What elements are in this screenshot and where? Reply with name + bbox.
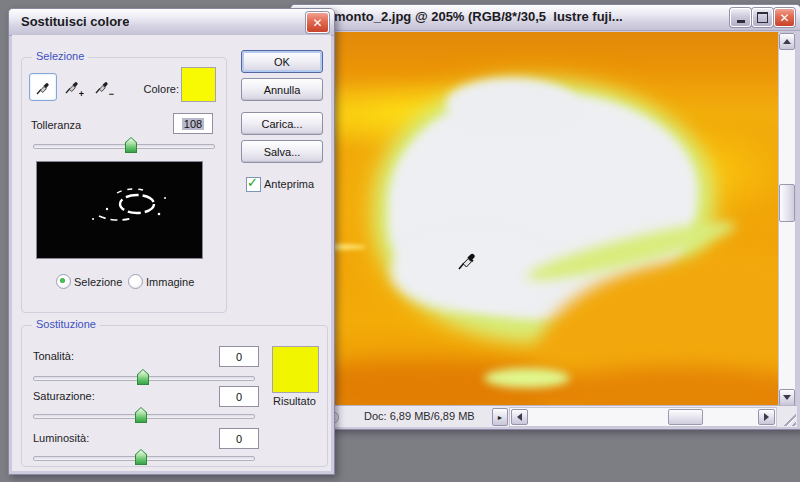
scroll-left-button[interactable] [511,409,528,425]
horizontal-scroll-thumb[interactable] [668,409,703,425]
resize-grip[interactable] [779,409,796,426]
tolerance-value: 108 [182,118,204,130]
selected-color-swatch[interactable] [181,67,216,102]
cancel-button[interactable]: Annulla [241,78,323,101]
tolerance-input[interactable]: 108 [173,113,213,134]
saturation-value: 0 [236,391,242,403]
lightness-input[interactable]: 0 [219,428,259,449]
eyedropper-tool-button[interactable] [29,73,57,101]
status-bar: Doc: 6,89 MB/6,89 MB ► [294,405,797,427]
lightness-value: 0 [236,433,242,445]
save-button[interactable]: Salva... [241,140,323,163]
close-icon: ✕ [779,12,789,24]
check-icon: ✓ [247,175,258,190]
ok-button[interactable]: OK [241,50,323,73]
maximize-icon [757,12,768,23]
doc-size-info: Doc: 6,89 MB/6,89 MB [364,410,475,422]
replace-color-dialog: Sostituisci colore ✕ Selezione + [8,8,335,475]
dialog-title: Sostituisci colore [21,14,129,29]
image-window-title: monto_2.jpg @ 205% (RGB/8*/30,5 lustre f… [334,9,728,24]
image-window-titlebar[interactable]: monto_2.jpg @ 205% (RGB/8*/30,5 lustre f… [291,5,800,31]
bottom-bright-spot [484,368,570,388]
hue-label: Tonalità: [33,350,74,362]
hue-input[interactable]: 0 [219,346,259,367]
sun-white-bump [446,78,576,130]
scroll-down-button[interactable] [779,389,795,406]
saturation-input[interactable]: 0 [219,386,259,407]
plus-icon: + [79,90,84,99]
horizontal-scrollbar[interactable] [509,407,777,427]
eyedropper-icon [35,79,52,96]
photoshop-workspace: monto_2.jpg @ 205% (RGB/8*/30,5 lustre f… [0,0,800,482]
vertical-scrollbar[interactable] [778,32,796,407]
saturation-label: Saturazione: [33,390,95,402]
radio-selection[interactable] [56,274,71,289]
lightness-label: Luminosità: [33,432,89,444]
radio-selection-label: Selezione [74,276,122,288]
selection-preview-mask [37,162,202,258]
minimize-icon [737,20,745,23]
eyedropper-cursor [456,248,478,272]
window-close-button[interactable]: ✕ [774,8,795,27]
close-icon: ✕ [312,17,322,29]
scroll-up-button[interactable] [779,33,795,50]
maximize-button[interactable] [752,8,773,27]
arrow-right-icon [764,413,769,421]
color-label: Colore: [129,83,179,95]
arrow-up-icon [783,39,791,44]
minus-icon: − [109,90,114,99]
result-label: Risultato [267,395,322,407]
scroll-right-button[interactable] [758,409,775,425]
minimize-button[interactable] [730,8,751,27]
radio-image[interactable] [128,274,143,289]
hue-value: 0 [236,351,242,363]
selection-group-label: Selezione [32,50,88,62]
selection-preview [36,161,203,259]
radio-image-label: Immagine [146,276,194,288]
dialog-titlebar[interactable]: Sostituisci colore ✕ [9,9,334,36]
status-menu-arrow-icon: ► [497,414,504,421]
status-menu-button[interactable]: ► [492,408,508,426]
vertical-scroll-thumb[interactable] [779,184,795,222]
add-to-sample-tool-button[interactable]: + [59,73,85,99]
arrow-left-icon [517,413,522,421]
preview-checkbox-label: Anteprima [264,178,314,190]
replacement-group-label: Sostituzione [32,318,100,330]
tolerance-label: Tolleranza [31,119,81,131]
image-window: monto_2.jpg @ 205% (RGB/8*/30,5 lustre f… [290,4,800,430]
load-button[interactable]: Carica... [241,112,323,135]
preview-checkbox[interactable]: ✓ [246,177,261,192]
dialog-close-button[interactable]: ✕ [306,12,329,33]
arrow-down-icon [783,395,791,400]
tolerance-slider-track[interactable] [33,144,215,149]
result-color-swatch [272,346,319,393]
image-canvas[interactable] [296,32,778,405]
subtract-from-sample-tool-button[interactable]: − [89,73,115,99]
